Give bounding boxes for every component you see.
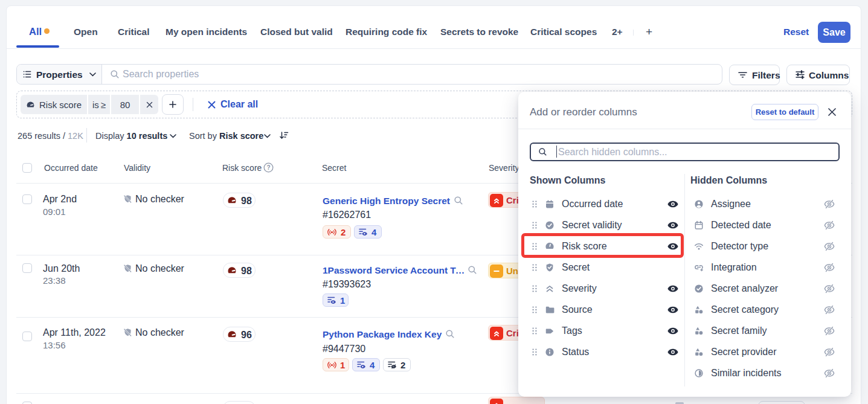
svg-text:?: ? bbox=[266, 164, 270, 171]
